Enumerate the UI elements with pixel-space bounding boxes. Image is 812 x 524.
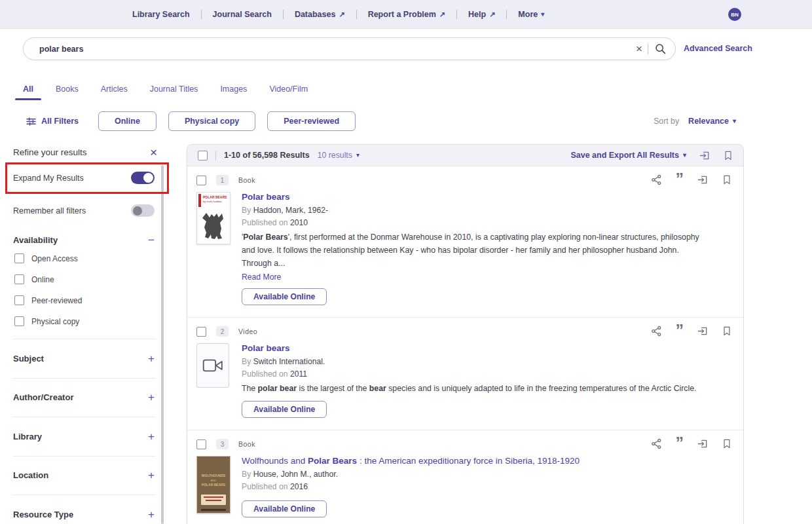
share-icon: [651, 174, 662, 185]
checkbox[interactable]: [14, 295, 24, 305]
collapse-icon[interactable]: −: [148, 234, 155, 246]
search-submit-button[interactable]: [648, 43, 675, 54]
export-icon: [699, 150, 710, 161]
facet-location[interactable]: Location +: [13, 456, 156, 495]
result-type-label: Video: [238, 328, 257, 335]
facet-library[interactable]: Library +: [13, 417, 156, 456]
share-button[interactable]: [651, 438, 662, 449]
save-export-dropdown[interactable]: Save and Export All Results ▾: [570, 151, 686, 160]
result-byline: By Haddon, Mark, 1962-: [242, 206, 733, 215]
citation-button[interactable]: ”: [676, 176, 684, 185]
export-icon: [697, 438, 709, 449]
result-title-link[interactable]: Polar bears: [242, 192, 733, 202]
cover-footer: [201, 509, 226, 511]
nav-report-a-problem[interactable]: Report a Problem↗: [357, 10, 456, 19]
nav-databases[interactable]: Databases↗: [284, 10, 356, 19]
bookmark-icon: [724, 150, 733, 161]
advanced-search-link[interactable]: Advanced Search: [684, 44, 752, 53]
bookmark-all-button[interactable]: [724, 150, 733, 161]
filter-pill-physical-copy[interactable]: Physical copy: [168, 111, 255, 131]
filter-pill-online[interactable]: Online: [98, 111, 157, 131]
bookmark-button[interactable]: [722, 174, 731, 185]
tab-articles[interactable]: Articles: [100, 84, 129, 100]
close-icon[interactable]: ×: [150, 146, 157, 159]
expand-my-results-row: Expand My Results: [13, 172, 155, 184]
bear-illustration: [201, 207, 227, 241]
nav-more-menu[interactable]: More▾: [507, 10, 555, 19]
filter-bar: All Filters Online Physical copy Peer-re…: [26, 111, 367, 131]
result-description: 'Polar Bears', first performed at the Do…: [242, 231, 708, 270]
result-published: Published on 2016: [242, 482, 733, 491]
filter-pill-peer-reviewed[interactable]: Peer-reviewed: [267, 111, 356, 131]
sort-dropdown[interactable]: Relevance ▾: [688, 117, 736, 126]
bookmark-button[interactable]: [722, 438, 731, 449]
result-published: Published on 2011: [242, 369, 733, 379]
result-number-badge: 3: [216, 439, 229, 449]
checkbox[interactable]: [14, 274, 24, 284]
facet-subject[interactable]: Subject +: [13, 339, 156, 378]
sort-control: Sort by Relevance ▾: [654, 117, 736, 126]
available-online-button[interactable]: Available Online: [242, 401, 327, 418]
export-all-button[interactable]: [699, 150, 710, 161]
citation-button[interactable]: ”: [676, 440, 684, 449]
expand-icon: +: [148, 431, 155, 442]
user-avatar[interactable]: BN: [728, 8, 741, 21]
result-published: Published on 2010: [242, 218, 733, 227]
nav-journal-search[interactable]: Journal Search: [202, 10, 283, 19]
facet-resource-type[interactable]: Resource Type +: [13, 495, 156, 524]
checkbox-peer-reviewed[interactable]: Peer-reviewed: [14, 295, 82, 305]
select-all-checkbox[interactable]: [198, 151, 208, 160]
read-more-link[interactable]: Read More: [242, 272, 281, 282]
share-button[interactable]: [651, 174, 662, 185]
citation-button[interactable]: ”: [676, 327, 684, 336]
sidebar-scrollbar[interactable]: [161, 165, 164, 524]
tab-video-film[interactable]: Video/Film: [268, 84, 309, 100]
checkbox[interactable]: [14, 253, 24, 263]
result-byline: By House, John M., author.: [242, 470, 733, 479]
export-button[interactable]: [697, 174, 709, 185]
nav-library-search[interactable]: Library Search: [121, 10, 201, 19]
toggle-knob: [143, 173, 153, 183]
book-cover-thumbnail[interactable]: POLAR BEARS by mark haddon: [196, 192, 231, 244]
tab-images[interactable]: Images: [219, 84, 248, 100]
page-size-dropdown[interactable]: 10 results ▾: [318, 151, 360, 160]
result-number-badge: 2: [216, 326, 229, 337]
result-checkbox[interactable]: [196, 440, 206, 449]
available-online-button[interactable]: Available Online: [242, 288, 327, 305]
all-filters-button[interactable]: All Filters: [26, 117, 79, 126]
result-title-link[interactable]: Polar bears: [242, 343, 733, 353]
available-online-button[interactable]: Available Online: [242, 500, 327, 517]
clear-search-icon[interactable]: ×: [631, 43, 648, 54]
book-cover-thumbnail[interactable]: WOLFHOUNDS AND POLAR BEARS: [196, 456, 231, 514]
export-button[interactable]: [697, 326, 709, 337]
facet-author-creator[interactable]: Author/Creator +: [13, 378, 156, 417]
result-title-link[interactable]: Wolfhounds and Polar Bears : the America…: [242, 456, 733, 466]
sort-by-label: Sort by: [654, 117, 679, 126]
result-checkbox[interactable]: [196, 327, 206, 337]
remember-all-filters-toggle[interactable]: [131, 204, 155, 217]
expand-my-results-toggle[interactable]: [131, 172, 155, 184]
checkbox-open-access[interactable]: Open Access: [14, 253, 78, 263]
tab-all[interactable]: All: [22, 84, 35, 100]
nav-help[interactable]: Help↗: [457, 10, 506, 19]
checkbox-physical-copy[interactable]: Physical copy: [14, 316, 79, 326]
result-number-badge: 1: [216, 175, 229, 185]
bookmark-icon: [722, 438, 731, 449]
share-icon: [651, 438, 662, 449]
checkbox[interactable]: [14, 316, 24, 326]
external-link-icon: ↗: [439, 10, 445, 19]
export-button[interactable]: [697, 438, 709, 449]
result-checkbox[interactable]: [196, 176, 206, 185]
tab-journal-titles[interactable]: Journal Titles: [149, 84, 200, 100]
scope-tabs: All Books Articles Journal Titles Images…: [22, 84, 309, 100]
video-thumbnail[interactable]: [196, 343, 229, 388]
bookmark-button[interactable]: [722, 326, 731, 337]
checkbox-online[interactable]: Online: [14, 274, 54, 284]
top-navigation: Library Search Journal Search Databases↗…: [121, 0, 555, 29]
result-item-1: 1 Book ” POLAR BEARS by mark haddon: [187, 166, 743, 318]
cover-band: [201, 495, 226, 505]
tab-books[interactable]: Books: [54, 84, 80, 100]
search-input[interactable]: [24, 45, 631, 54]
share-button[interactable]: [651, 326, 662, 337]
result-description: The polar bear is the largest of the bea…: [242, 382, 708, 395]
